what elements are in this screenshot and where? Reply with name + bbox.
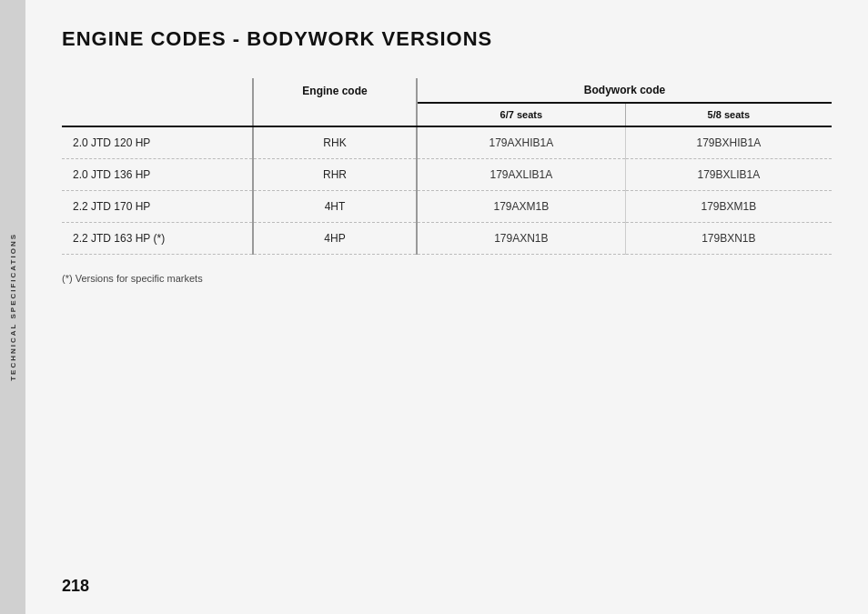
table-container: Engine code Bodywork code 6/7 seats 5/8 …	[62, 78, 832, 255]
page-number: 218	[62, 577, 89, 596]
engine-code-header: Engine code	[253, 78, 417, 103]
engine-code-sub-header	[253, 103, 417, 126]
table-row: 2.0 JTD 136 HPRHR179AXLIB1A179BXLIB1A	[62, 159, 832, 191]
table-row: 2.2 JTD 163 HP (*)4HP179AXN1B179BXN1B	[62, 223, 832, 255]
bodywork-header: Bodywork code	[417, 78, 832, 103]
seats-67-cell: 179AXN1B	[417, 223, 625, 255]
seats-67-header: 6/7 seats	[417, 103, 625, 126]
model-cell: 2.2 JTD 163 HP (*)	[62, 223, 253, 255]
model-cell: 2.2 JTD 170 HP	[62, 191, 253, 223]
model-cell: 2.0 JTD 136 HP	[62, 159, 253, 191]
seats-58-cell: 179BXHIB1A	[625, 126, 832, 159]
sidebar: TECHNICAL SPECIFICATIONS	[0, 0, 25, 614]
seats-67-cell: 179AXM1B	[417, 191, 625, 223]
empty-sub-header	[62, 103, 253, 126]
engine-code-cell: RHK	[253, 126, 417, 159]
main-content: ENGINE CODES - BODYWORK VERSIONS Engine …	[25, 0, 868, 614]
data-table: Engine code Bodywork code 6/7 seats 5/8 …	[62, 78, 832, 255]
engine-code-cell: 4HT	[253, 191, 417, 223]
page-title: ENGINE CODES - BODYWORK VERSIONS	[62, 27, 832, 51]
col1-header	[62, 78, 253, 103]
sidebar-label: TECHNICAL SPECIFICATIONS	[9, 233, 17, 381]
engine-code-cell: 4HP	[253, 223, 417, 255]
seats-58-cell: 179BXN1B	[625, 223, 832, 255]
seats-58-cell: 179BXM1B	[625, 191, 832, 223]
table-row: 2.0 JTD 120 HPRHK179AXHIB1A179BXHIB1A	[62, 126, 832, 159]
model-cell: 2.0 JTD 120 HP	[62, 126, 253, 159]
table-row: 2.2 JTD 170 HP4HT179AXM1B179BXM1B	[62, 191, 832, 223]
seats-67-cell: 179AXHIB1A	[417, 126, 625, 159]
footnote: (*) Versions for specific markets	[62, 273, 832, 284]
seats-58-header: 5/8 seats	[625, 103, 832, 126]
seats-58-cell: 179BXLIB1A	[625, 159, 832, 191]
seats-67-cell: 179AXLIB1A	[417, 159, 625, 191]
engine-code-cell: RHR	[253, 159, 417, 191]
